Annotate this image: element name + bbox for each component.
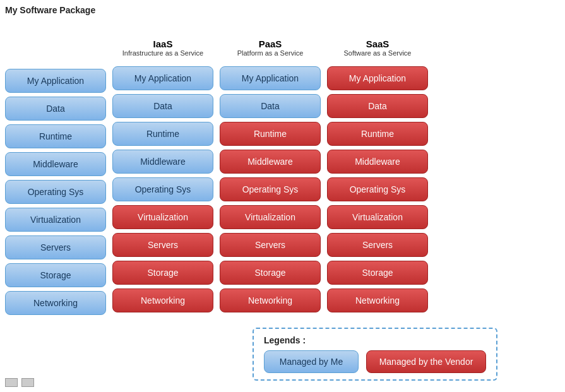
btn-my-software-runtime[interactable]: Runtime xyxy=(5,124,106,148)
btn-paas-virtualization[interactable]: Virtualization xyxy=(220,205,321,229)
paas-subtitle: Platform as a Service xyxy=(237,49,304,57)
page-title: My Software Package xyxy=(5,5,95,15)
btn-paas-data[interactable]: Data xyxy=(220,94,321,118)
btn-iaas-servers[interactable]: Servers xyxy=(112,233,213,257)
btn-iaas-operating-sys[interactable]: Operating Sys xyxy=(112,177,213,201)
btn-my-software-operating-sys[interactable]: Operating Sys xyxy=(5,180,106,204)
btn-saas-networking[interactable]: Networking xyxy=(327,288,428,312)
btn-iaas-my-application[interactable]: My Application xyxy=(112,66,213,90)
paas-title: PaaS xyxy=(259,39,282,49)
btn-my-software-networking[interactable]: Networking xyxy=(5,291,106,315)
legend-box: Legends : Managed by Me Managed by the V… xyxy=(253,328,497,381)
btn-paas-runtime[interactable]: Runtime xyxy=(220,122,321,146)
btn-paas-operating-sys[interactable]: Operating Sys xyxy=(220,177,321,201)
legend-title: Legends : xyxy=(264,335,486,345)
btn-iaas-virtualization[interactable]: Virtualization xyxy=(112,205,213,229)
btn-saas-my-application[interactable]: My Application xyxy=(327,66,428,90)
btn-my-software-middleware[interactable]: Middleware xyxy=(5,152,106,176)
col-header-paas: PaaS Platform as a Service xyxy=(237,35,304,60)
btn-saas-operating-sys[interactable]: Operating Sys xyxy=(327,177,428,201)
legend-managed-by-vendor[interactable]: Managed by the Vendor xyxy=(366,350,486,373)
toolbar-icon-1[interactable] xyxy=(5,378,18,387)
legend-buttons: Managed by Me Managed by the Vendor xyxy=(264,350,486,373)
column-paas: PaaS Platform as a Service My Applicatio… xyxy=(220,35,321,315)
column-saas: SaaS Software as a Service My Applicatio… xyxy=(327,35,428,315)
btn-saas-storage[interactable]: Storage xyxy=(327,261,428,285)
toolbar-icon-2[interactable] xyxy=(21,378,34,387)
btn-paas-storage[interactable]: Storage xyxy=(220,261,321,285)
btn-saas-middleware[interactable]: Middleware xyxy=(327,150,428,174)
btn-paas-networking[interactable]: Networking xyxy=(220,288,321,312)
col-header-iaas: IaaS Infrastructure as a Service xyxy=(122,35,203,60)
btn-iaas-middleware[interactable]: Middleware xyxy=(112,150,213,174)
btn-paas-my-application[interactable]: My Application xyxy=(220,66,321,90)
btn-iaas-data[interactable]: Data xyxy=(112,94,213,118)
col-header-saas: SaaS Software as a Service xyxy=(344,35,412,60)
btn-iaas-storage[interactable]: Storage xyxy=(112,261,213,285)
btn-saas-runtime[interactable]: Runtime xyxy=(327,122,428,146)
bottom-icons xyxy=(5,378,34,387)
btn-my-software-servers[interactable]: Servers xyxy=(5,235,106,259)
btn-paas-servers[interactable]: Servers xyxy=(220,233,321,257)
btn-saas-servers[interactable]: Servers xyxy=(327,233,428,257)
btn-my-software-data[interactable]: Data xyxy=(5,97,106,121)
column-iaas: IaaS Infrastructure as a Service My Appl… xyxy=(112,35,213,315)
btn-my-software-virtualization[interactable]: Virtualization xyxy=(5,208,106,232)
btn-paas-middleware[interactable]: Middleware xyxy=(220,150,321,174)
page-container: My Software Package My Application Data … xyxy=(0,0,565,392)
btn-saas-data[interactable]: Data xyxy=(327,94,428,118)
iaas-title: IaaS xyxy=(153,39,173,49)
btn-iaas-runtime[interactable]: Runtime xyxy=(112,122,213,146)
btn-iaas-networking[interactable]: Networking xyxy=(112,288,213,312)
column-my-software: My Application Data Runtime Middleware O… xyxy=(5,35,106,315)
legend-managed-by-me[interactable]: Managed by Me xyxy=(264,350,359,373)
btn-saas-virtualization[interactable]: Virtualization xyxy=(327,205,428,229)
btn-my-software-my-application[interactable]: My Application xyxy=(5,69,106,93)
saas-title: SaaS xyxy=(366,39,390,49)
btn-my-software-storage[interactable]: Storage xyxy=(5,263,106,287)
saas-subtitle: Software as a Service xyxy=(344,49,412,57)
iaas-subtitle: Infrastructure as a Service xyxy=(122,49,203,57)
